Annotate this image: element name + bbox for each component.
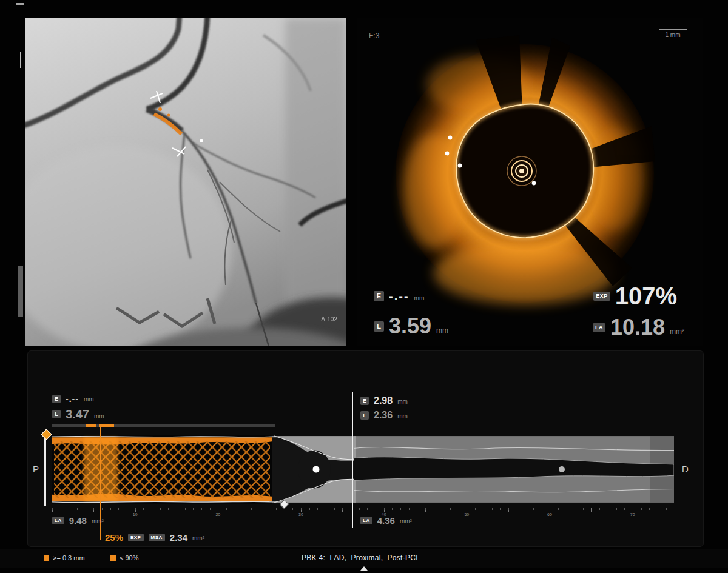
vessel-longitudinal-image[interactable]: [52, 432, 674, 506]
expansion-value: 107%: [615, 284, 677, 308]
status-bar: >= 0.3 mm < 90% PBK 4: LAD, Proximal, Po…: [0, 549, 728, 568]
mean-diameter-unit: mm: [414, 295, 425, 302]
lumen-area-unit: mm²: [400, 518, 412, 525]
mean-diameter-badge: E: [360, 397, 369, 405]
lmode-longitudinal-view[interactable]: E -.-- mm L 3.47 mm E 2.98 mm L 2.36 mm: [27, 350, 704, 547]
lumen-diameter-value: 3.47: [66, 408, 89, 420]
lumen-diameter-badge: L: [360, 411, 369, 420]
screen-edge-artifact: [16, 3, 24, 5]
lumen-area-badge: LA: [593, 323, 605, 332]
legend-expansion-label: < 90%: [120, 554, 139, 561]
apposition-mark: [86, 424, 96, 427]
oct-expansion-row: EXP 107%: [593, 284, 677, 308]
lumen-area-value: 10.18: [610, 317, 665, 338]
mean-diameter-value: 2.98: [374, 396, 393, 406]
mean-diameter-unit: mm: [397, 398, 408, 406]
expansion-badge: EXP: [593, 292, 610, 301]
pullback-progress-bar[interactable]: [52, 424, 275, 427]
mean-diameter-value: -.--: [389, 290, 410, 302]
lumen-area-unit: mm²: [92, 518, 104, 525]
lumen-diameter-badge: L: [374, 321, 384, 332]
oct-mean-diameter-row: E -.-- mm: [374, 290, 424, 302]
lumen-diameter-unit: mm: [397, 413, 408, 420]
mean-diameter-badge: E: [52, 395, 61, 403]
legend-apposition-label: >= 0.3 mm: [53, 554, 85, 561]
lmode-frame-lumen-diameter: L 2.36 mm: [360, 410, 408, 420]
proximal-edge-marker[interactable]: [44, 432, 46, 506]
frame-marker-dot: [313, 466, 320, 472]
drawer-handle-icon[interactable]: [360, 566, 368, 571]
oct-lumen-area-row: LA 10.18 mm²: [593, 317, 684, 338]
ruler-tick-label: 50: [464, 512, 469, 517]
lumen-diameter-unit: mm: [94, 413, 104, 420]
lumen-area-value: 9.48: [69, 516, 87, 525]
ruler-tick-label: 60: [547, 512, 552, 517]
distal-label: D: [682, 464, 689, 474]
screen-edge-artifact: [18, 266, 23, 317]
lumen-diameter-badge: L: [52, 410, 61, 418]
ruler-tick-label: 20: [215, 512, 220, 517]
mean-diameter-badge: E: [374, 291, 384, 301]
lmode-left-mean-diameter: E -.-- mm: [52, 395, 94, 403]
msa-badge: MSA: [149, 534, 165, 541]
angiogram-image: [25, 18, 346, 346]
lumen-diameter-value: 2.36: [374, 410, 393, 420]
mean-diameter-unit: mm: [84, 396, 94, 403]
lumen-area-unit: mm²: [670, 327, 684, 338]
lumen-diameter-unit: mm: [436, 326, 448, 337]
mean-diameter-value: -.--: [66, 395, 79, 403]
expansion-percent-value: 25%: [105, 533, 123, 542]
lumen-area-value: 4.36: [377, 516, 395, 525]
oct-cross-section-viewport[interactable]: F:3 1 mm E -.-- mm EXP 107% L 3.59 mm LA…: [357, 18, 703, 346]
scale-bar-line: [659, 29, 687, 30]
study-label: PBK 4: LAD, Proximal, Post-PCI: [302, 554, 418, 562]
imaging-catheter-artifact: [507, 156, 536, 186]
reference-marker-dot: [559, 466, 565, 472]
expansion-badge: EXP: [128, 534, 144, 541]
scale-bar-label: 1 mm: [659, 32, 687, 38]
screen-edge-artifact: [20, 52, 21, 68]
pullback-ruler: 10203040506070: [52, 508, 674, 516]
ruler-tick-label: 10: [133, 512, 138, 517]
oct-frame-label: F:3: [369, 32, 379, 40]
apposition-mark: [99, 424, 114, 427]
ruler-tick-label: 30: [298, 512, 303, 517]
lumen-area-badge: LA: [52, 517, 64, 524]
legend-expansion: < 90%: [110, 554, 139, 561]
vessel-render: [52, 432, 674, 506]
apposition-swatch-icon: [44, 555, 49, 561]
legend-apposition: >= 0.3 mm: [44, 554, 85, 561]
lmode-left-lumen-diameter: L 3.47 mm: [52, 408, 104, 420]
ruler-minor-ticks: [52, 508, 674, 510]
proximal-bookmark-diamond[interactable]: [41, 429, 52, 440]
lmode-left-lumen-area: LA 9.48 mm²: [52, 516, 104, 525]
oct-workstation-screen: A-102: [0, 0, 728, 573]
oct-scale-bar: 1 mm: [659, 29, 687, 38]
lmode-frame-mean-diameter: E 2.98 mm: [360, 396, 408, 406]
angio-corner-label: A-102: [321, 316, 337, 323]
angiography-viewport[interactable]: A-102: [25, 18, 346, 346]
lumen-diameter-value: 3.59: [389, 315, 431, 337]
msa-unit: mm²: [192, 535, 204, 542]
oct-lumen-diameter-row: L 3.59 mm: [374, 315, 448, 337]
expansion-swatch-icon: [110, 555, 116, 561]
msa-expansion-row: 25% EXP MSA 2.34 mm²: [105, 533, 204, 542]
lmode-frame-lumen-area: LA 4.36 mm²: [360, 516, 412, 525]
lumen-area-badge: LA: [360, 517, 372, 524]
proximal-label: P: [33, 464, 39, 474]
ruler-tick-label: 70: [630, 512, 635, 517]
msa-value: 2.34: [170, 533, 187, 542]
